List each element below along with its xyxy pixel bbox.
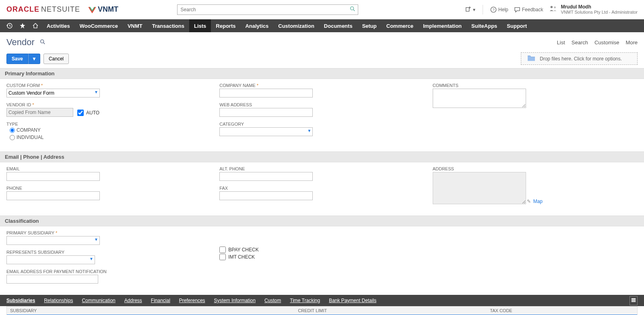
page-header: Vendor ListSearchCustomiseMore [0,32,644,52]
file-dropzone[interactable]: Drop files here. Click for more options. [521,52,638,65]
feedback-button[interactable]: Feedback [514,6,543,13]
svg-point-10 [40,39,43,43]
section-contact-header[interactable]: Email | Phone | Address [0,151,644,162]
page-search-icon[interactable] [39,39,46,46]
map-link[interactable]: Map [533,199,543,204]
save-button-group: Save ▼ [6,54,40,64]
auto-checkbox[interactable] [77,110,84,116]
action-bar: Save ▼ Cancel Drop files here. Click for… [0,52,644,68]
search-button[interactable] [347,4,358,15]
address-edit-icon[interactable]: ✎ [527,199,531,204]
subtab-preferences[interactable]: Preferences [179,298,205,303]
imt-checkbox[interactable] [219,254,226,260]
svg-line-11 [43,43,45,44]
user-menu[interactable]: Mrudul Modh VNMT Solutions Pty Ltd - Adm… [549,4,638,15]
fax-label: FAX [219,186,424,191]
email-notif-input[interactable] [6,275,98,284]
type-individual-radio[interactable] [10,135,15,140]
cancel-button[interactable]: Cancel [43,54,69,64]
netsuite-logo-text: NETSUITE [41,5,80,13]
page-action-list[interactable]: List [557,39,565,46]
partner-logo: VNMT [88,5,118,14]
nav-suiteapps[interactable]: SuiteApps [466,19,502,32]
nav-support[interactable]: Support [502,19,532,32]
subsidiaries-sublist: SUBSIDIARY CREDIT LIMIT TAX CODE ▼ [6,306,638,315]
help-button[interactable]: ? Help [490,6,508,13]
custom-form-label: CUSTOM FORM [6,83,211,88]
recent-records-icon[interactable] [3,19,16,32]
subtab-custom[interactable]: Custom [264,298,281,303]
nav-setup[interactable]: Setup [357,19,382,32]
svg-rect-14 [632,301,636,302]
col-subsidiary: SUBSIDIARY [10,308,298,313]
primary-subsidiary-select[interactable] [6,236,100,245]
nav-reports[interactable]: Reports [211,19,240,32]
page-action-search[interactable]: Search [572,39,588,46]
type-individual-label: INDIVIDUAL [17,135,43,140]
phone-input[interactable] [6,191,100,200]
sublist-header-row: SUBSIDIARY CREDIT LIMIT TAX CODE [7,307,637,315]
home-icon[interactable] [29,19,42,32]
netsuite-logo: ORACLENETSUITE [6,5,80,14]
nav-analytics[interactable]: Analytics [240,19,273,32]
save-dropdown-button[interactable]: ▼ [28,54,40,64]
type-company-radio[interactable] [10,128,15,133]
subtab-communication[interactable]: Communication [82,298,115,303]
section-classification-header[interactable]: Classification [0,216,644,226]
divider [483,5,483,15]
search-input[interactable] [177,4,358,15]
page-title: Vendor [6,37,35,48]
represents-subsidiary-select[interactable] [6,255,95,264]
address-box[interactable] [433,172,526,204]
main-nav: ActivitiesWooCommerceVNMTTransactionsLis… [0,19,644,32]
user-name: Mrudul Modh [561,4,638,10]
nav-transactions[interactable]: Transactions [147,19,189,32]
subtab-system-information[interactable]: System Information [214,298,256,303]
comments-textarea[interactable] [433,89,526,108]
quick-add-button[interactable]: ▾ [465,6,475,13]
sublist-layout-toggle[interactable] [630,296,638,305]
nav-documents[interactable]: Documents [319,19,357,32]
custom-form-select[interactable] [6,89,100,97]
nav-activities[interactable]: Activities [42,19,75,32]
col-tax-code: TAX CODE [490,308,634,313]
bpay-checkbox[interactable] [219,247,226,253]
subtab-address[interactable]: Address [124,298,142,303]
auto-label: AUTO [86,110,99,116]
svg-point-0 [350,7,353,10]
web-address-input[interactable] [219,108,313,117]
nav-vnmt[interactable]: VNMT [123,19,147,32]
subtab-time-tracking[interactable]: Time Tracking [290,298,320,303]
section-primary-header[interactable]: Primary Information [0,68,644,79]
section-primary-body: CUSTOM FORM ▼ VENDOR ID AUTO TYPE [0,79,644,151]
page-header-actions: ListSearchCustomiseMore [557,39,638,46]
top-right-tools: ▾ ? Help Feedback Mrudul Modh VNMT Solut… [465,4,638,15]
type-company-label: COMPANY [17,127,41,133]
subtab-bar: SubsidiariesRelationshipsCommunicationAd… [0,295,644,306]
folder-icon [527,54,536,63]
company-name-input[interactable] [219,89,313,97]
subtab-relationships[interactable]: Relationships [44,298,73,303]
save-button[interactable]: Save [6,54,28,64]
alt-phone-input[interactable] [219,172,313,181]
top-header: ORACLENETSUITE VNMT ▾ ? Help Feedback [0,0,644,19]
section-classification-body: PRIMARY SUBSIDIARY ▼ REPRESENTS SUBSIDIA… [0,226,644,295]
nav-commerce[interactable]: Commerce [382,19,418,32]
email-input[interactable] [6,172,100,181]
nav-lists[interactable]: Lists [189,19,211,32]
primary-subsidiary-label: PRIMARY SUBSIDIARY [6,230,211,235]
svg-point-8 [554,6,556,8]
shortcuts-icon[interactable] [16,19,29,32]
nav-woocommerce[interactable]: WooCommerce [75,19,123,32]
page-action-customise[interactable]: Customise [594,39,619,46]
user-icon [549,4,557,15]
subtab-financial[interactable]: Financial [151,298,170,303]
subtab-bank-payment-details[interactable]: Bank Payment Details [329,298,376,303]
subtab-subsidiaries[interactable]: Subsidiaries [6,298,35,303]
category-label: CATEGORY [219,122,424,126]
nav-customization[interactable]: Customization [273,19,319,32]
category-select[interactable] [219,127,313,136]
fax-input[interactable] [219,191,313,200]
page-action-more[interactable]: More [625,39,638,46]
nav-implementation[interactable]: Implementation [418,19,466,32]
